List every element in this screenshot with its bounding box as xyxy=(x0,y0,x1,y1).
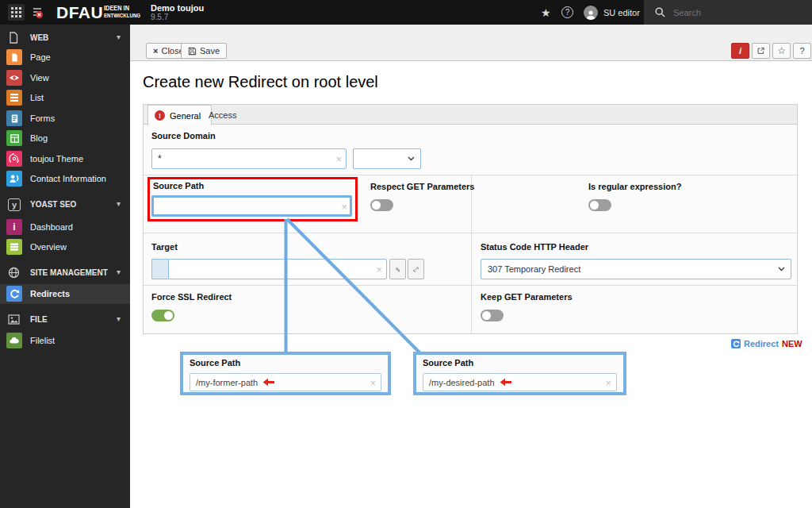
respect-get-toggle[interactable] xyxy=(370,199,393,211)
source-domain-input[interactable] xyxy=(151,148,347,169)
callout-former-path: Source Path /my-former-path × xyxy=(180,352,391,395)
source-path-field: × xyxy=(151,195,352,217)
target-prefix-box xyxy=(151,259,168,279)
page-title: Create new Redirect on root level xyxy=(143,73,378,91)
chevron-down-icon: ▾ xyxy=(117,314,121,323)
clear-icon[interactable]: × xyxy=(605,377,611,387)
is-regex-toggle[interactable] xyxy=(588,199,611,211)
keep-get-toggle[interactable] xyxy=(481,310,504,321)
user-name: SU editor xyxy=(603,8,640,17)
grid-glyph xyxy=(11,7,21,17)
sidebar-item-filelist[interactable]: Filelist xyxy=(0,331,130,351)
contact-icon xyxy=(6,171,22,187)
search-input[interactable] xyxy=(672,7,791,18)
image-icon xyxy=(8,314,21,326)
star-outline-icon: ☆ xyxy=(777,45,786,56)
source-domain-select[interactable] xyxy=(353,148,421,169)
toggle-knob xyxy=(372,201,381,210)
browse-records-button[interactable] xyxy=(389,259,406,279)
tab-label: Access xyxy=(209,110,236,120)
link-wizard-button[interactable] xyxy=(408,259,424,279)
sidebar-item-list[interactable]: List xyxy=(0,88,130,108)
sidebar-section-yoast-seo[interactable]: y YOAST SEO ▾ xyxy=(0,197,130,214)
user-menu[interactable]: SU editor xyxy=(584,0,640,25)
section-label: FILE xyxy=(30,315,48,324)
help-icon[interactable]: ? xyxy=(561,0,573,25)
source-path-input[interactable] xyxy=(151,195,352,217)
sidebar-section-site-management[interactable]: SITE MANAGEMENT ▾ xyxy=(0,265,130,283)
bookmark-star-icon[interactable]: ★ xyxy=(541,0,551,25)
sidebar-item-forms[interactable]: Forms xyxy=(0,109,130,129)
sidebar-item-page[interactable]: Page xyxy=(0,48,130,67)
topbar-search xyxy=(644,0,812,25)
bookmark-button[interactable]: ☆ xyxy=(772,43,791,59)
callout-label: Source Path xyxy=(423,358,473,368)
clear-icon[interactable]: × xyxy=(335,154,342,164)
sidebar-section-web[interactable]: WEB ▾ xyxy=(0,30,130,48)
link-icon xyxy=(413,264,419,275)
sidebar-item-view[interactable]: View xyxy=(0,68,130,88)
documents-glyph xyxy=(31,6,44,19)
toggle-knob xyxy=(482,311,491,320)
opened-documents-icon[interactable] xyxy=(29,4,45,21)
sidebar-section-file[interactable]: FILE ▾ xyxy=(0,312,130,329)
document-icon xyxy=(8,32,21,44)
redirect-form-panel: ! General Access Source Domain × Source … xyxy=(143,104,798,334)
callout-desired-path-input[interactable]: /my-desired-path × xyxy=(423,373,617,391)
tab-access[interactable]: Access xyxy=(198,105,247,125)
redirect-icon xyxy=(731,339,741,348)
search-icon xyxy=(655,7,665,17)
info-icon: i xyxy=(739,46,741,56)
lines-icon xyxy=(6,239,22,255)
source-domain-field: × xyxy=(151,148,347,169)
sidebar-item-contact-information[interactable]: Contact Information xyxy=(0,169,130,189)
section-label: YOAST SEO xyxy=(30,200,76,209)
yoast-icon: y xyxy=(8,198,21,211)
item-label: Dashboard xyxy=(30,222,73,232)
eye-icon xyxy=(6,70,22,86)
docheader-help-button[interactable]: ? xyxy=(793,43,811,59)
sidebar-item-blog[interactable]: Blog xyxy=(0,129,130,148)
legend-new-label: NEW xyxy=(782,339,802,348)
sidebar-item-overview[interactable]: Overview xyxy=(0,237,130,257)
source-domain-label: Source Domain xyxy=(151,131,216,140)
force-ssl-toggle[interactable] xyxy=(151,310,174,321)
respect-get-label: Respect GET Parameters xyxy=(370,182,474,191)
toggle-knob xyxy=(164,311,173,320)
status-code-label: Status Code HTTP Header xyxy=(481,242,588,252)
item-label: Redirects xyxy=(30,289,70,298)
cloud-icon xyxy=(6,333,22,348)
source-path-label: Source Path xyxy=(153,181,204,190)
callout-former-path-input[interactable]: /my-former-path × xyxy=(190,373,381,391)
sidebar-item-toujou-theme[interactable]: toujou Theme xyxy=(0,149,130,169)
save-button[interactable]: Save xyxy=(181,43,227,59)
status-code-select[interactable]: 307 Temporary Redirect xyxy=(481,259,791,279)
typo3-backend: DFAU IDEEN IN ENTWICKLUNG Demo toujou 9.… xyxy=(0,0,812,508)
module-menu: WEB ▾ Page View List Forms Blog toujou T… xyxy=(0,25,130,508)
target-field: × xyxy=(168,259,387,279)
clear-icon[interactable]: × xyxy=(370,377,376,387)
sidebar-item-redirects[interactable]: Redirects xyxy=(0,284,130,304)
section-label: WEB xyxy=(30,33,48,42)
item-label: List xyxy=(30,93,44,102)
site-version: 9.5.7 xyxy=(151,13,168,21)
info-button[interactable]: i xyxy=(731,43,749,59)
chevron-down-icon: ▾ xyxy=(117,267,121,276)
row-divider xyxy=(144,175,797,175)
logo-claim-line2: ENTWICKLUNG xyxy=(104,12,140,19)
target-input[interactable] xyxy=(168,259,387,279)
row-divider xyxy=(144,233,797,233)
site-name: Demo toujou xyxy=(151,3,204,13)
clear-icon[interactable]: × xyxy=(341,201,347,211)
sidebar-item-dashboard[interactable]: i Dashboard xyxy=(0,217,130,237)
clear-icon[interactable]: × xyxy=(376,264,382,275)
item-label: Blog xyxy=(30,133,48,143)
status-code-value: 307 Temporary Redirect xyxy=(488,264,580,274)
open-in-new-window-button[interactable] xyxy=(752,43,770,59)
chevron-down-icon xyxy=(778,267,785,271)
page-icon xyxy=(6,49,22,65)
red-arrow-left-icon xyxy=(262,378,275,387)
logo-claim-line1: IDEEN IN xyxy=(104,4,129,12)
modules-grid-icon[interactable] xyxy=(8,4,25,21)
insert-record-icon xyxy=(395,264,400,275)
